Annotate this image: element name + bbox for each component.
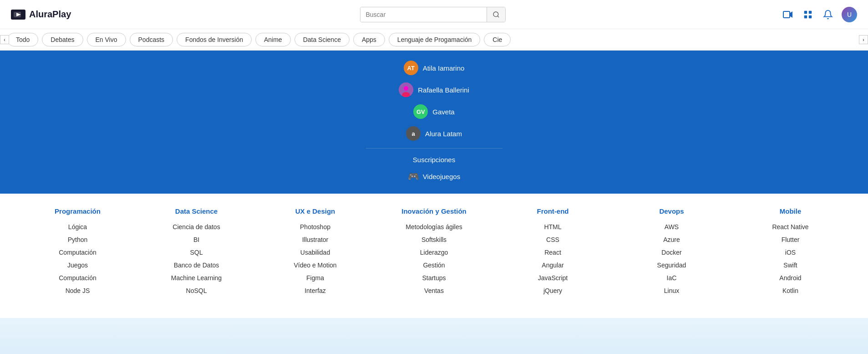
nav-tab-anime[interactable]: Anime <box>255 33 291 46</box>
category-item-3-2[interactable]: Liderazgo <box>420 249 448 256</box>
category-item-5-1[interactable]: Azure <box>663 236 680 243</box>
scroll-right-arrow[interactable]: › <box>859 35 868 44</box>
nav-tabs-scroll: TodoDebatesEn VivoPodcastsFondos de Inve… <box>0 29 868 50</box>
category-item-5-0[interactable]: AWS <box>665 223 679 231</box>
category-item-2-2[interactable]: Usabilidad <box>300 249 330 256</box>
category-item-6-2[interactable]: iOS <box>785 249 796 256</box>
category-item-6-4[interactable]: Android <box>779 274 801 282</box>
nav-tab-fondos-de-inversión[interactable]: Fondos de Inversión <box>177 33 252 46</box>
category-col-2: UX e DesignPhotoshopIllustratorUsabilida… <box>256 207 375 300</box>
search-input[interactable] <box>360 7 487 22</box>
category-item-2-5[interactable]: Interfaz <box>305 287 326 294</box>
category-item-4-5[interactable]: jQuery <box>543 287 562 294</box>
category-item-1-0[interactable]: Ciencia de datos <box>173 223 220 231</box>
search-area <box>84 7 782 22</box>
category-item-1-5[interactable]: NoSQL <box>186 287 207 294</box>
category-title-5: Devops <box>659 207 684 215</box>
controller-icon: 🎮 <box>408 171 419 182</box>
atila-avatar: AT <box>404 61 418 75</box>
category-item-5-5[interactable]: Linux <box>664 287 679 294</box>
grid-apps-icon[interactable] <box>802 8 814 21</box>
atila-name: Atila Iamarino <box>423 64 465 72</box>
nav-tab-todo[interactable]: Todo <box>7 33 38 46</box>
category-item-3-4[interactable]: Startups <box>422 274 446 282</box>
category-item-3-1[interactable]: Softskills <box>421 236 447 243</box>
category-item-4-2[interactable]: React <box>544 249 561 256</box>
category-item-2-3[interactable]: Vídeo e Motion <box>294 262 336 269</box>
videojuegos-item[interactable]: 🎮 Videojuegos <box>384 168 484 185</box>
category-item-3-0[interactable]: Metodologías ágiles <box>406 223 462 231</box>
user-aluralatam-item[interactable]: a Alura Latam <box>384 123 484 144</box>
rafaella-avatar <box>399 82 413 97</box>
svg-rect-6 <box>804 10 807 13</box>
upload-video-icon[interactable] <box>782 8 794 21</box>
rafaella-name: Rafaella Ballerini <box>418 86 469 94</box>
blue-dropdown-panel: AT Atila Iamarino Rafaella Ballerini GV … <box>0 51 868 194</box>
scroll-left-arrow[interactable]: ‹ <box>0 35 9 44</box>
category-col-3: Inovación y GestiónMetodologías ágilesSo… <box>375 207 493 300</box>
category-item-5-4[interactable]: IaC <box>667 274 677 282</box>
category-title-3: Inovación y Gestión <box>401 207 467 215</box>
svg-line-3 <box>497 16 499 17</box>
logo-text: AluraPlay <box>29 9 71 20</box>
category-item-0-0[interactable]: Lógica <box>68 223 87 231</box>
aluralatam-name: Alura Latam <box>425 130 462 138</box>
user-gaveta-item[interactable]: GV Gaveta <box>384 102 484 122</box>
category-item-1-1[interactable]: BI <box>193 236 199 243</box>
svg-point-11 <box>404 86 408 91</box>
category-item-0-2[interactable]: Computación <box>59 249 96 256</box>
category-item-5-3[interactable]: Seguridad <box>657 262 686 269</box>
videojuegos-label: Videojuegos <box>423 173 460 180</box>
category-item-3-5[interactable]: Ventas <box>424 287 444 294</box>
category-col-1: Data ScienceCiencia de datosBISQLBanco d… <box>137 207 256 300</box>
category-item-0-5[interactable]: Node JS <box>66 287 90 294</box>
category-title-2: UX e Design <box>295 207 335 215</box>
category-item-6-3[interactable]: Swift <box>783 262 797 269</box>
categories-grid: ProgramaciónLógicaPythonComputaciónJuego… <box>18 207 850 300</box>
category-item-4-0[interactable]: HTML <box>544 223 561 231</box>
footer-gradient-area <box>0 318 868 354</box>
category-item-0-3[interactable]: Juegos <box>67 262 88 269</box>
nav-tab-data-science[interactable]: Data Science <box>294 33 350 46</box>
search-button[interactable] <box>487 7 505 22</box>
nav-tab-debates[interactable]: Debates <box>42 33 83 46</box>
category-item-0-4[interactable]: Computación <box>59 274 96 282</box>
category-title-0: Programación <box>55 207 101 215</box>
nav-tab-apps[interactable]: Apps <box>353 33 385 46</box>
svg-rect-7 <box>809 10 812 13</box>
category-item-6-0[interactable]: React Native <box>772 223 808 231</box>
logo-area: AluraPlay <box>11 9 84 20</box>
user-atila-item[interactable]: AT Atila Iamarino <box>384 58 484 78</box>
category-item-2-4[interactable]: Figma <box>306 274 324 282</box>
category-item-6-1[interactable]: Flutter <box>782 236 800 243</box>
category-item-6-5[interactable]: Kotlin <box>782 287 798 294</box>
subscriptions-item[interactable]: Suscripciones <box>384 153 484 166</box>
gaveta-name: Gaveta <box>432 108 454 116</box>
category-item-1-4[interactable]: Machine Learning <box>171 274 222 282</box>
user-avatar[interactable]: U <box>842 7 857 22</box>
gaveta-avatar: GV <box>413 104 428 119</box>
category-item-2-0[interactable]: Photoshop <box>300 223 330 231</box>
category-item-1-3[interactable]: Banco de Datos <box>174 262 219 269</box>
site-header: AluraPlay <box>0 0 868 29</box>
categories-section: ProgramaciónLógicaPythonComputaciónJuego… <box>0 194 868 318</box>
nav-tab-en-vivo[interactable]: En Vivo <box>87 33 126 46</box>
nav-tab-cie[interactable]: Cie <box>484 33 511 46</box>
notifications-bell-icon[interactable] <box>822 8 834 21</box>
category-item-3-3[interactable]: Gestión <box>423 262 445 269</box>
search-icon <box>492 11 500 18</box>
logo-icon <box>11 10 25 20</box>
category-item-1-2[interactable]: SQL <box>190 249 203 256</box>
category-item-2-1[interactable]: Illustrator <box>302 236 329 243</box>
category-item-5-2[interactable]: Docker <box>661 249 681 256</box>
nav-tab-podcasts[interactable]: Podcasts <box>130 33 173 46</box>
category-item-4-4[interactable]: JavaScript <box>538 274 568 282</box>
category-item-0-1[interactable]: Python <box>68 236 88 243</box>
svg-rect-9 <box>809 15 812 18</box>
category-item-4-3[interactable]: Angular <box>542 262 563 269</box>
aluralatam-avatar: a <box>406 126 421 141</box>
category-item-4-1[interactable]: CSS <box>546 236 559 243</box>
svg-rect-8 <box>804 15 807 18</box>
user-rafaella-item[interactable]: Rafaella Ballerini <box>384 80 484 100</box>
nav-tab-lenguaje-de-progamación[interactable]: Lenguaje de Progamación <box>389 33 480 46</box>
